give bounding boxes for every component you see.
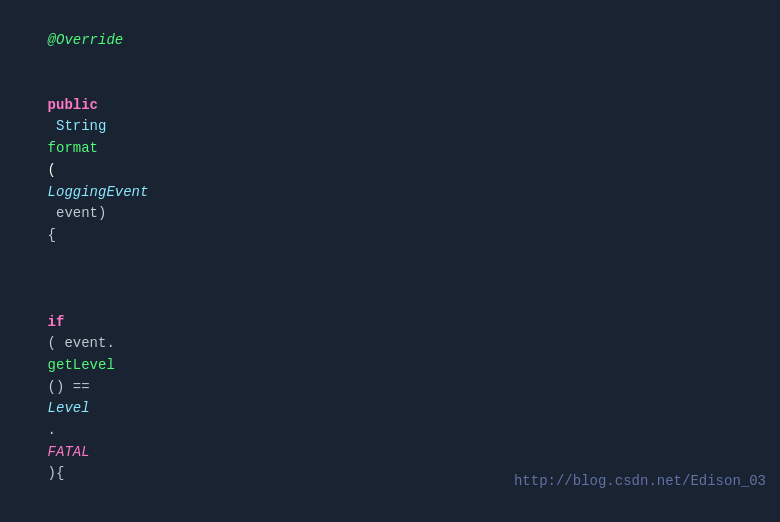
watermark-url: http://blog.csdn.net/Edison_03 bbox=[514, 473, 766, 489]
code-line-1: @Override bbox=[14, 8, 766, 73]
code-line-27: http://blog.csdn.net/Edison_03 bbox=[480, 449, 766, 514]
code-editor: @Override public String format ( Logging… bbox=[0, 0, 780, 522]
code-line-3 bbox=[14, 268, 766, 290]
annotation-override: @Override bbox=[48, 32, 124, 48]
code-line-2: public String format ( LoggingEvent even… bbox=[14, 73, 766, 268]
keyword-public: public bbox=[48, 97, 98, 113]
